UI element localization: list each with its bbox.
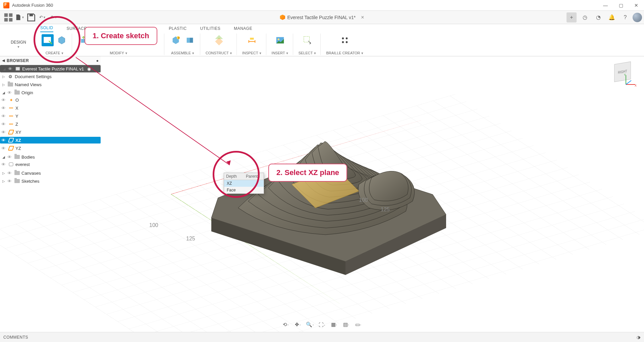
display-settings-button[interactable]: ▦· (329, 321, 339, 329)
user-avatar[interactable] (633, 13, 642, 22)
workspace-switcher[interactable]: DESIGN ▼ (3, 35, 34, 54)
viewport-layout-button[interactable]: ▭· (354, 321, 363, 329)
popup-row-xz[interactable]: XZ (224, 180, 264, 187)
annotation-step1: 1. Create sketch (85, 27, 157, 45)
notifications-button[interactable]: 🔔 (607, 12, 617, 22)
help-button[interactable]: ? (620, 12, 630, 22)
selection-context-popup: Depth Parents XZ Face (224, 173, 264, 194)
tree-item-document-settings[interactable]: ▷⚙Document Settings (0, 73, 101, 80)
pan-button[interactable]: ✥· (293, 321, 303, 329)
comments-bar: COMMENTS ● ◑ (0, 332, 644, 342)
insert-canvas-button[interactable] (274, 34, 286, 46)
svg-rect-26 (9, 163, 13, 166)
job-status-button[interactable]: ◔ (593, 12, 603, 22)
axis-triad-icon: Y X (624, 73, 637, 87)
fit-button[interactable]: ⛶· (317, 321, 327, 329)
popup-row-face[interactable]: Face (224, 187, 264, 193)
create-form-button[interactable] (56, 34, 68, 46)
ribbon-group-inspect: INSPECT▼ (238, 34, 266, 55)
window-titlebar: Autodesk Fusion 360 — ▢ ✕ (0, 0, 644, 11)
extensions-button[interactable]: ◷ (580, 12, 590, 22)
ribbon-tab-manage[interactable]: MANAGE (234, 26, 252, 32)
tree-body-everest[interactable]: 👁everest (0, 161, 101, 168)
data-panel-button[interactable] (4, 13, 13, 22)
svg-rect-22 (16, 67, 20, 70)
ribbon-group-insert: INSERT▼ (268, 34, 293, 55)
tree-origin-x[interactable]: 👁X (0, 105, 101, 111)
browser-collapse-button[interactable]: ● (96, 58, 99, 63)
document-tab[interactable]: Everest Tactile Puzzle FINAL v1* × (280, 14, 364, 20)
document-title: Everest Tactile Puzzle FINAL v1* (287, 15, 356, 20)
ribbon-group-label: CREATE (46, 51, 60, 55)
ribbon-group-label: INSERT (272, 51, 285, 55)
svg-line-29 (626, 80, 631, 84)
tree-item-origin[interactable]: ◢👁Origin (0, 89, 101, 96)
svg-text:X: X (635, 84, 637, 87)
tree-origin-z[interactable]: 👁Z (0, 121, 101, 127)
window-minimize-button[interactable]: — (598, 0, 613, 11)
tree-origin-yz[interactable]: 👁YZ (0, 145, 101, 152)
svg-rect-13 (190, 38, 193, 43)
grid-tick-label: 100 (359, 197, 368, 203)
save-button[interactable] (26, 13, 36, 22)
svg-rect-3 (9, 18, 13, 21)
ribbon-tab-surface[interactable]: SURFACE (67, 26, 87, 32)
svg-rect-4 (30, 14, 33, 16)
tree-item-canvases[interactable]: ▷👁Canvases (0, 170, 101, 176)
svg-rect-1 (9, 13, 13, 17)
tree-item-bodies[interactable]: ◢👁Bodies (0, 154, 101, 160)
tree-origin-o[interactable]: 👁✦O (0, 97, 101, 103)
ribbon-group-label: CONSTRUCT (206, 51, 229, 55)
measure-button[interactable] (246, 34, 258, 46)
window-maximize-button[interactable]: ▢ (613, 0, 629, 11)
svg-point-16 (278, 38, 280, 40)
construct-plane-button[interactable] (213, 34, 225, 46)
ribbon-tab-plastic[interactable]: PLASTIC (169, 26, 187, 32)
comments-label[interactable]: COMMENTS (3, 335, 28, 340)
ribbon-tab-solid[interactable]: SOLID (40, 25, 53, 32)
redo-button[interactable]: ↷▼ (49, 13, 59, 22)
browser-tree: ◢👁 Everest Tactile Puzzle FINAL v1 ◉ ▷⚙D… (0, 65, 101, 185)
tree-root-label: Everest Tactile Puzzle FINAL v1 (22, 66, 84, 71)
svg-point-6 (51, 43, 52, 44)
tree-root-component[interactable]: ◢👁 Everest Tactile Puzzle FINAL v1 ◉ (0, 65, 101, 72)
grid-tick-label: 100 (149, 222, 158, 228)
svg-rect-14 (250, 38, 254, 40)
window-close-button[interactable]: ✕ (629, 0, 644, 11)
grid-tick-label: 125 (381, 207, 390, 213)
ribbon-group-label: MODIFY (110, 51, 124, 55)
tree-origin-y[interactable]: 👁Y (0, 113, 101, 119)
new-component-button[interactable]: ★ (170, 34, 182, 46)
joint-button[interactable] (184, 34, 196, 46)
select-tool-button[interactable] (302, 34, 314, 46)
svg-rect-0 (4, 13, 8, 17)
undo-button[interactable]: ↶▼ (38, 13, 47, 22)
tree-origin-xy[interactable]: 👁XY (0, 129, 101, 135)
grid-tick-label: 125 (186, 236, 195, 242)
viewcube[interactable]: RIGHT Y X (610, 60, 637, 87)
svg-point-18 (342, 37, 344, 39)
ribbon-group-assemble: ★ ASSEMBLE▼ (166, 34, 200, 55)
popup-col-depth[interactable]: Depth (224, 173, 244, 180)
file-menu-button[interactable]: ▼ (15, 13, 24, 22)
tree-origin-xz[interactable]: 👁XZ (0, 137, 101, 144)
ribbon-tab-utilities[interactable]: UTILITIES (200, 26, 221, 32)
tree-item-named-views[interactable]: ▷Named Views (0, 81, 101, 88)
fusion-app-icon (3, 2, 9, 8)
document-tab-close[interactable]: × (361, 14, 364, 20)
create-sketch-button[interactable] (42, 34, 54, 46)
popup-col-parents[interactable]: Parents (244, 173, 264, 180)
zoom-button[interactable]: 🔍· (305, 321, 315, 329)
ribbon-group-construct: CONSTRUCT▼ (202, 34, 237, 55)
orbit-button[interactable]: ⟲· (281, 321, 290, 329)
workspace-label: DESIGN (11, 40, 26, 45)
grid-settings-button[interactable]: ▤· (341, 321, 351, 329)
ribbon-group-create: CREATE▼ (38, 34, 72, 55)
svg-rect-2 (4, 18, 8, 21)
tree-item-sketches[interactable]: ▷👁Sketches (0, 178, 101, 184)
braille-creator-button[interactable] (339, 34, 351, 46)
timeline-collapse-icon[interactable]: ◑ (637, 335, 640, 340)
ribbon-group-label: BRAILLE CREATOR (326, 51, 360, 55)
new-design-button[interactable]: + (567, 12, 577, 22)
svg-point-20 (342, 41, 344, 43)
